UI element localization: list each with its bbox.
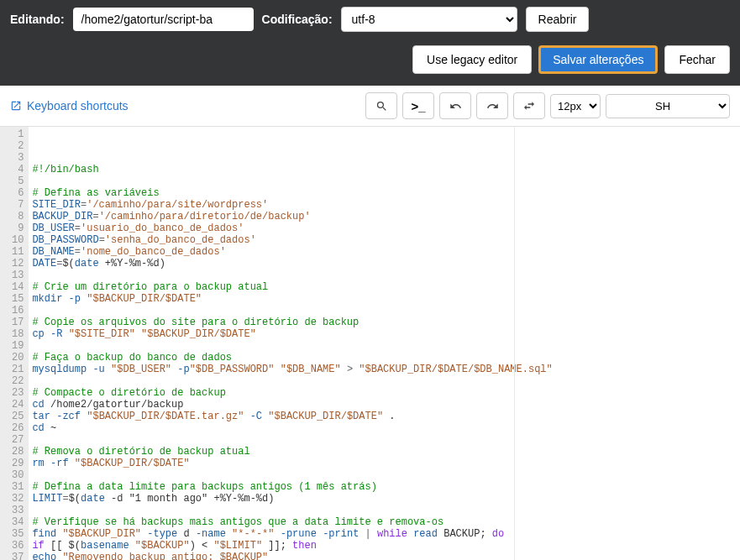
code-line[interactable]: DATE=$(date +%Y-%m-%d): [32, 258, 737, 270]
code-line[interactable]: echo "Removendo backup antigo: $BACKUP": [32, 552, 737, 560]
line-number: 32: [12, 493, 24, 505]
line-number: 19: [12, 340, 24, 352]
line-number: 22: [12, 375, 24, 387]
editing-label: Editando:: [10, 13, 65, 26]
line-number: 35: [12, 528, 24, 540]
line-number: 28: [12, 446, 24, 458]
code-line[interactable]: DB_NAME='nome_do_banco_de_dados': [32, 246, 737, 258]
line-number: 26: [12, 422, 24, 434]
terminal-button[interactable]: >_: [402, 92, 434, 119]
line-number: 21: [12, 364, 24, 375]
code-line[interactable]: [32, 469, 737, 481]
code-line[interactable]: SITE_DIR='/caminho/para/site/wordpress': [32, 199, 737, 211]
file-path-input[interactable]: [73, 8, 254, 31]
code-line[interactable]: # Copie os arquivos do site para o diret…: [32, 317, 737, 328]
legacy-editor-button[interactable]: Use legacy editor: [412, 45, 532, 74]
code-line[interactable]: [32, 175, 737, 187]
redo-icon: [486, 100, 499, 113]
line-number: 6: [12, 187, 24, 199]
code-line[interactable]: LIMIT=$(date -d "1 month ago" +%Y-%m-%d): [32, 493, 737, 505]
code-line[interactable]: cd ~: [32, 422, 737, 434]
code-line[interactable]: # Verifique se há backups mais antigos q…: [32, 516, 737, 528]
code-line[interactable]: mkdir -p "$BACKUP_DIR/$DATE": [32, 293, 737, 305]
line-number: 9: [12, 222, 24, 234]
close-button[interactable]: Fechar: [664, 45, 730, 74]
keyboard-shortcuts-link[interactable]: Keyboard shortcuts: [10, 99, 129, 113]
line-number: 23: [12, 387, 24, 399]
code-line[interactable]: [32, 305, 737, 317]
line-number: 4: [12, 164, 24, 175]
line-number: 7: [12, 199, 24, 211]
line-number: 24: [12, 399, 24, 411]
code-line[interactable]: if [[ $(basename "$BACKUP") < "$LIMIT" ]…: [32, 540, 737, 552]
external-link-icon: [10, 100, 22, 112]
code-line[interactable]: find "$BACKUP_DIR" -type d -name "*-*-*"…: [32, 528, 737, 540]
code-line[interactable]: # Defina a data limite para backups anti…: [32, 481, 737, 493]
line-number: 1: [12, 128, 24, 140]
undo-button[interactable]: [439, 92, 471, 119]
code-line[interactable]: # Remova o diretório de backup atual: [32, 446, 737, 458]
line-number: 5: [12, 175, 24, 187]
action-bar: Use legacy editor Salvar alterações Fech…: [0, 39, 740, 86]
code-line[interactable]: #!/bin/bash: [32, 164, 737, 175]
encoding-select[interactable]: utf-8: [341, 7, 517, 32]
code-line[interactable]: rm -rf "$BACKUP_DIR/$DATE": [32, 458, 737, 469]
line-number: 13: [12, 270, 24, 281]
code-line[interactable]: [32, 375, 737, 387]
line-number: 29: [12, 458, 24, 469]
code-line[interactable]: # Crie um diretório para o backup atual: [32, 281, 737, 293]
code-line[interactable]: DB_PASSWORD='senha_do_banco_de_dados': [32, 234, 737, 246]
code-line[interactable]: [32, 340, 737, 352]
code-content[interactable]: #!/bin/bash # Defina as variáveisSITE_DI…: [29, 127, 740, 560]
line-number: 16: [12, 305, 24, 317]
line-number: 11: [12, 246, 24, 258]
code-line[interactable]: DB_USER='usuario_do_banco_de_dados': [32, 222, 737, 234]
code-line[interactable]: cd /home2/gatortur/backup: [32, 399, 737, 411]
swap-icon: [522, 99, 536, 113]
code-line[interactable]: mysqldump -u "$DB_USER" -p"$DB_PASSWORD"…: [32, 364, 737, 375]
code-line[interactable]: [32, 505, 737, 516]
code-line[interactable]: tar -zcf "$BACKUP_DIR/$DATE.tar.gz" -C "…: [32, 411, 737, 422]
swap-button[interactable]: [513, 92, 545, 119]
code-line[interactable]: cp -R "$SITE_DIR" "$BACKUP_DIR/$DATE": [32, 328, 737, 340]
line-number: 17: [12, 317, 24, 328]
print-margin: [514, 127, 515, 560]
search-icon: [375, 100, 388, 113]
line-number: 25: [12, 411, 24, 422]
reopen-button[interactable]: Reabrir: [526, 7, 590, 32]
undo-icon: [449, 100, 462, 113]
line-number: 30: [12, 469, 24, 481]
line-number: 33: [12, 505, 24, 516]
line-number: 8: [12, 211, 24, 222]
keyboard-shortcuts-label: Keyboard shortcuts: [27, 99, 129, 113]
line-number: 3: [12, 152, 24, 164]
editor-toolbar: Keyboard shortcuts >_ 12px SH: [0, 86, 740, 127]
line-number: 15: [12, 293, 24, 305]
code-line[interactable]: BACKUP_DIR='/caminho/para/diretorio/de/b…: [32, 211, 737, 222]
line-number: 10: [12, 234, 24, 246]
line-number: 36: [12, 540, 24, 552]
font-size-select[interactable]: 12px: [550, 94, 601, 118]
line-number-gutter: 1234567891011121314151617181920212223242…: [0, 127, 29, 560]
line-number: 31: [12, 481, 24, 493]
line-number: 18: [12, 328, 24, 340]
language-select[interactable]: SH: [606, 94, 730, 118]
code-editor[interactable]: 1234567891011121314151617181920212223242…: [0, 127, 740, 560]
top-bar: Editando: Codificação: utf-8 Reabrir: [0, 0, 740, 39]
code-line[interactable]: [32, 270, 737, 281]
line-number: 2: [12, 140, 24, 152]
line-number: 20: [12, 352, 24, 364]
line-number: 34: [12, 516, 24, 528]
line-number: 27: [12, 434, 24, 446]
encoding-label: Codificação:: [262, 13, 333, 26]
line-number: 12: [12, 258, 24, 270]
code-line[interactable]: # Compacte o diretório de backup: [32, 387, 737, 399]
save-button[interactable]: Salvar alterações: [538, 45, 658, 74]
redo-button[interactable]: [476, 92, 508, 119]
line-number: 14: [12, 281, 24, 293]
line-number: 37: [12, 552, 24, 560]
search-button[interactable]: [365, 92, 397, 119]
code-line[interactable]: [32, 434, 737, 446]
code-line[interactable]: # Faça o backup do banco de dados: [32, 352, 737, 364]
code-line[interactable]: # Defina as variáveis: [32, 187, 737, 199]
